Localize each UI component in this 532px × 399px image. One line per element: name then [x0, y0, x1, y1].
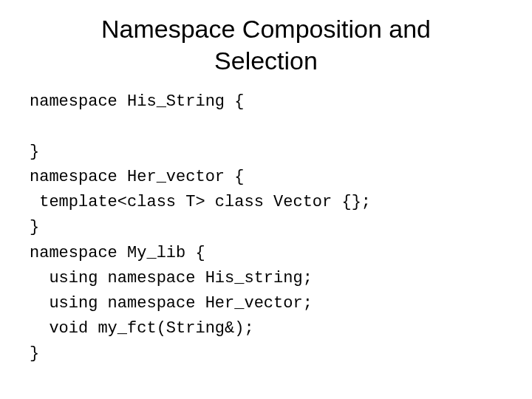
code-line: namespace His_String {: [30, 92, 244, 111]
code-block: namespace His_String { } namespace Her_v…: [30, 89, 502, 366]
code-line: void my_fct(String&);: [30, 319, 254, 338]
code-line: }: [30, 143, 39, 161]
code-line: template<class T> class Vector {};: [30, 193, 371, 211]
code-line: namespace Her_vector {: [30, 168, 244, 186]
code-line: using namespace His_string;: [30, 269, 313, 287]
code-line: }: [30, 218, 39, 236]
code-line: }: [30, 344, 39, 363]
code-line: namespace My_lib {: [30, 244, 205, 262]
code-line: using namespace Her_vector;: [30, 294, 313, 313]
slide-title: Namespace Composition and Selection: [30, 13, 502, 76]
